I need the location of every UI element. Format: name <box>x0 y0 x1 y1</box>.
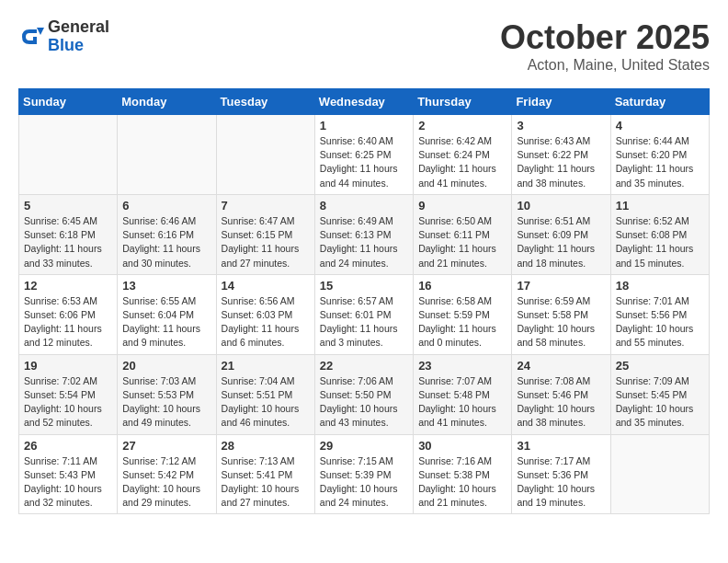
calendar-cell: 24Sunrise: 7:08 AM Sunset: 5:46 PM Dayli… <box>512 354 610 434</box>
day-info: Sunrise: 7:12 AM Sunset: 5:42 PM Dayligh… <box>122 454 210 511</box>
calendar-cell: 11Sunrise: 6:52 AM Sunset: 6:08 PM Dayli… <box>610 194 709 274</box>
week-row-3: 12Sunrise: 6:53 AM Sunset: 6:06 PM Dayli… <box>19 274 710 354</box>
calendar-cell: 16Sunrise: 6:58 AM Sunset: 5:59 PM Dayli… <box>414 274 512 354</box>
calendar-cell: 9Sunrise: 6:50 AM Sunset: 6:11 PM Daylig… <box>414 194 512 274</box>
day-header-saturday: Saturday <box>610 89 709 115</box>
day-info: Sunrise: 7:08 AM Sunset: 5:46 PM Dayligh… <box>517 374 605 431</box>
logo-blue-text: Blue <box>48 37 109 55</box>
logo: General Blue <box>18 18 109 55</box>
calendar-cell: 23Sunrise: 7:07 AM Sunset: 5:48 PM Dayli… <box>414 354 512 434</box>
logo-general-text: General <box>48 18 109 37</box>
day-number: 12 <box>24 279 112 293</box>
day-number: 11 <box>616 199 704 213</box>
day-info: Sunrise: 7:02 AM Sunset: 5:54 PM Dayligh… <box>24 374 112 431</box>
location: Acton, Maine, United States <box>500 57 710 74</box>
day-info: Sunrise: 7:15 AM Sunset: 5:39 PM Dayligh… <box>320 454 408 511</box>
calendar-cell: 7Sunrise: 6:47 AM Sunset: 6:15 PM Daylig… <box>216 194 314 274</box>
calendar-cell: 14Sunrise: 6:56 AM Sunset: 6:03 PM Dayli… <box>216 274 314 354</box>
day-info: Sunrise: 6:44 AM Sunset: 6:20 PM Dayligh… <box>616 134 704 190</box>
calendar-cell: 20Sunrise: 7:03 AM Sunset: 5:53 PM Dayli… <box>118 354 216 434</box>
calendar-cell: 27Sunrise: 7:12 AM Sunset: 5:42 PM Dayli… <box>118 434 216 514</box>
day-info: Sunrise: 6:45 AM Sunset: 6:18 PM Dayligh… <box>24 214 112 270</box>
calendar-cell: 6Sunrise: 6:46 AM Sunset: 6:16 PM Daylig… <box>118 194 216 274</box>
day-info: Sunrise: 7:04 AM Sunset: 5:51 PM Dayligh… <box>222 374 310 431</box>
calendar-cell: 26Sunrise: 7:11 AM Sunset: 5:43 PM Dayli… <box>19 434 118 514</box>
day-number: 10 <box>517 199 605 213</box>
day-number: 9 <box>418 199 506 213</box>
title-block: October 2025 Acton, Maine, United States <box>500 18 710 74</box>
day-number: 20 <box>122 359 210 373</box>
day-info: Sunrise: 7:07 AM Sunset: 5:48 PM Dayligh… <box>418 374 506 431</box>
calendar-cell: 18Sunrise: 7:01 AM Sunset: 5:56 PM Dayli… <box>610 274 709 354</box>
calendar-cell: 4Sunrise: 6:44 AM Sunset: 6:20 PM Daylig… <box>610 115 709 195</box>
day-number: 30 <box>418 439 506 453</box>
day-info: Sunrise: 7:16 AM Sunset: 5:38 PM Dayligh… <box>418 454 506 511</box>
day-info: Sunrise: 6:40 AM Sunset: 6:25 PM Dayligh… <box>320 134 408 190</box>
logo-icon <box>18 24 44 50</box>
day-number: 29 <box>320 439 408 453</box>
calendar-cell <box>19 115 118 195</box>
day-number: 26 <box>24 439 112 453</box>
page-header: General Blue October 2025 Acton, Maine, … <box>18 18 710 74</box>
day-number: 14 <box>222 279 310 293</box>
week-row-1: 1Sunrise: 6:40 AM Sunset: 6:25 PM Daylig… <box>19 115 710 195</box>
day-info: Sunrise: 6:53 AM Sunset: 6:06 PM Dayligh… <box>24 294 112 350</box>
day-number: 3 <box>517 119 605 132</box>
day-info: Sunrise: 7:09 AM Sunset: 5:45 PM Dayligh… <box>616 374 704 431</box>
day-info: Sunrise: 6:42 AM Sunset: 6:24 PM Dayligh… <box>418 134 506 190</box>
day-info: Sunrise: 7:13 AM Sunset: 5:41 PM Dayligh… <box>222 454 310 511</box>
day-info: Sunrise: 6:50 AM Sunset: 6:11 PM Dayligh… <box>418 214 506 270</box>
day-number: 21 <box>222 359 310 373</box>
day-info: Sunrise: 6:58 AM Sunset: 5:59 PM Dayligh… <box>418 294 506 350</box>
day-info: Sunrise: 6:57 AM Sunset: 6:01 PM Dayligh… <box>320 294 408 350</box>
day-info: Sunrise: 7:03 AM Sunset: 5:53 PM Dayligh… <box>122 374 210 431</box>
day-number: 24 <box>517 359 605 373</box>
day-number: 18 <box>616 279 704 293</box>
day-number: 8 <box>320 199 408 213</box>
logo-text: General Blue <box>48 18 109 55</box>
day-header-friday: Friday <box>512 89 610 115</box>
day-number: 6 <box>122 199 210 213</box>
week-row-4: 19Sunrise: 7:02 AM Sunset: 5:54 PM Dayli… <box>19 354 710 434</box>
calendar-cell: 25Sunrise: 7:09 AM Sunset: 5:45 PM Dayli… <box>610 354 709 434</box>
day-number: 1 <box>320 119 408 132</box>
day-number: 16 <box>418 279 506 293</box>
calendar-cell: 10Sunrise: 6:51 AM Sunset: 6:09 PM Dayli… <box>512 194 610 274</box>
day-number: 17 <box>517 279 605 293</box>
day-header-wednesday: Wednesday <box>314 89 413 115</box>
calendar-cell: 29Sunrise: 7:15 AM Sunset: 5:39 PM Dayli… <box>314 434 413 514</box>
calendar-cell <box>610 434 709 514</box>
calendar-cell <box>118 115 216 195</box>
day-header-tuesday: Tuesday <box>216 89 314 115</box>
calendar-cell: 15Sunrise: 6:57 AM Sunset: 6:01 PM Dayli… <box>314 274 413 354</box>
day-header-sunday: Sunday <box>19 89 118 115</box>
day-info: Sunrise: 6:55 AM Sunset: 6:04 PM Dayligh… <box>122 294 210 350</box>
calendar-cell: 22Sunrise: 7:06 AM Sunset: 5:50 PM Dayli… <box>314 354 413 434</box>
day-header-monday: Monday <box>118 89 216 115</box>
day-info: Sunrise: 7:01 AM Sunset: 5:56 PM Dayligh… <box>616 294 704 350</box>
day-info: Sunrise: 7:17 AM Sunset: 5:36 PM Dayligh… <box>517 454 605 511</box>
calendar-header-row: SundayMondayTuesdayWednesdayThursdayFrid… <box>19 89 710 115</box>
day-info: Sunrise: 6:46 AM Sunset: 6:16 PM Dayligh… <box>122 214 210 270</box>
week-row-2: 5Sunrise: 6:45 AM Sunset: 6:18 PM Daylig… <box>19 194 710 274</box>
day-info: Sunrise: 7:06 AM Sunset: 5:50 PM Dayligh… <box>320 374 408 431</box>
day-number: 25 <box>616 359 704 373</box>
day-number: 7 <box>222 199 310 213</box>
calendar-cell: 1Sunrise: 6:40 AM Sunset: 6:25 PM Daylig… <box>314 115 413 195</box>
calendar-cell: 30Sunrise: 7:16 AM Sunset: 5:38 PM Dayli… <box>414 434 512 514</box>
calendar-cell: 5Sunrise: 6:45 AM Sunset: 6:18 PM Daylig… <box>19 194 118 274</box>
day-number: 22 <box>320 359 408 373</box>
day-info: Sunrise: 6:43 AM Sunset: 6:22 PM Dayligh… <box>517 134 605 190</box>
calendar-cell <box>216 115 314 195</box>
day-info: Sunrise: 6:59 AM Sunset: 5:58 PM Dayligh… <box>517 294 605 350</box>
day-number: 5 <box>24 199 112 213</box>
calendar-cell: 2Sunrise: 6:42 AM Sunset: 6:24 PM Daylig… <box>414 115 512 195</box>
day-number: 2 <box>418 119 506 132</box>
week-row-5: 26Sunrise: 7:11 AM Sunset: 5:43 PM Dayli… <box>19 434 710 514</box>
calendar-table: SundayMondayTuesdayWednesdayThursdayFrid… <box>18 88 710 514</box>
day-info: Sunrise: 6:56 AM Sunset: 6:03 PM Dayligh… <box>222 294 310 350</box>
day-number: 19 <box>24 359 112 373</box>
day-number: 28 <box>222 439 310 453</box>
calendar-cell: 21Sunrise: 7:04 AM Sunset: 5:51 PM Dayli… <box>216 354 314 434</box>
calendar-cell: 3Sunrise: 6:43 AM Sunset: 6:22 PM Daylig… <box>512 115 610 195</box>
